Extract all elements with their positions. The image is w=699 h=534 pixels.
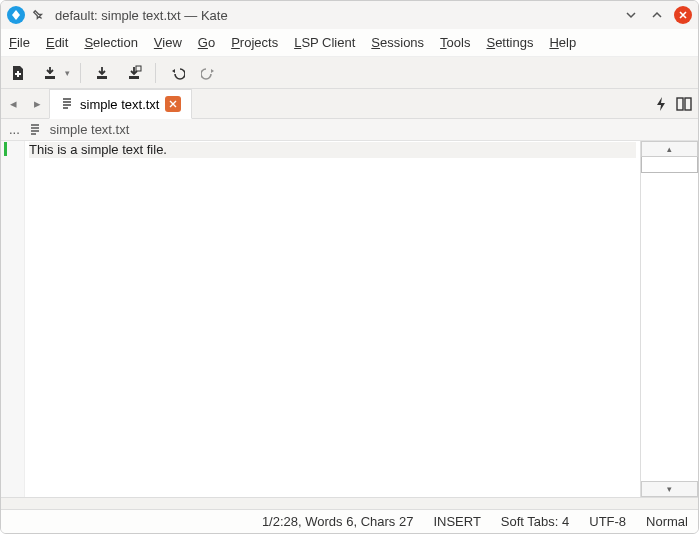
menu-projects[interactable]: Projects <box>231 35 278 50</box>
quick-actions-icon[interactable] <box>654 96 668 112</box>
editor-area: This is a simple text file. ▴ ▾ <box>1 141 698 497</box>
status-vi-mode[interactable]: Normal <box>646 514 688 529</box>
open-file-button[interactable] <box>39 62 61 84</box>
minimize-button[interactable] <box>622 6 640 24</box>
menu-file[interactable]: File <box>9 35 30 50</box>
menu-view[interactable]: View <box>154 35 182 50</box>
close-button[interactable] <box>674 6 692 24</box>
tab-strip: ◂ ▸ simple text.txt <box>1 89 698 119</box>
status-position[interactable]: 1/2:28, Words 6, Chars 27 <box>262 514 414 529</box>
tab-label: simple text.txt <box>80 97 159 112</box>
editor-line: This is a simple text file. <box>29 142 636 158</box>
horizontal-scrollbar[interactable] <box>1 497 698 509</box>
gutter[interactable] <box>1 141 25 497</box>
status-insert-mode[interactable]: INSERT <box>433 514 480 529</box>
app-icon <box>7 6 25 24</box>
svg-rect-3 <box>136 66 141 71</box>
menu-selection[interactable]: Selection <box>84 35 137 50</box>
vertical-scrollbar[interactable]: ▴ ▾ <box>640 141 698 497</box>
status-encoding[interactable]: UTF-8 <box>589 514 626 529</box>
menubar: File Edit Selection View Go Projects LSP… <box>1 29 698 57</box>
breadcrumb-file[interactable]: simple text.txt <box>50 122 129 137</box>
change-marker <box>4 142 7 156</box>
text-editor[interactable]: This is a simple text file. <box>25 141 640 497</box>
split-view-icon[interactable] <box>676 97 692 111</box>
toolbar-separator <box>155 63 156 83</box>
save-button[interactable] <box>91 62 113 84</box>
scroll-up-icon[interactable]: ▴ <box>641 141 698 157</box>
window: default: simple text.txt — Kate File Edi… <box>0 0 699 534</box>
tab-scroll-left[interactable]: ◂ <box>1 89 25 118</box>
menu-go[interactable]: Go <box>198 35 215 50</box>
document-icon <box>60 97 74 111</box>
svg-rect-4 <box>677 98 683 110</box>
tab-scroll-right[interactable]: ▸ <box>25 89 49 118</box>
redo-button[interactable] <box>198 62 220 84</box>
document-icon <box>28 123 42 137</box>
svg-rect-5 <box>685 98 691 110</box>
breadcrumb: ... simple text.txt <box>1 119 698 141</box>
menu-edit[interactable]: Edit <box>46 35 68 50</box>
svg-rect-1 <box>97 76 107 79</box>
breadcrumb-overflow[interactable]: ... <box>9 122 20 137</box>
window-title: default: simple text.txt — Kate <box>55 8 614 23</box>
minimap[interactable] <box>641 157 698 173</box>
menu-help[interactable]: Help <box>549 35 576 50</box>
pin-icon[interactable] <box>28 5 48 25</box>
menu-lsp-client[interactable]: LSP Client <box>294 35 355 50</box>
statusbar: 1/2:28, Words 6, Chars 27 INSERT Soft Ta… <box>1 509 698 533</box>
svg-rect-0 <box>45 76 55 79</box>
toolbar: ▾ <box>1 57 698 89</box>
tab-close-button[interactable] <box>165 96 181 112</box>
svg-rect-2 <box>129 76 139 79</box>
menu-sessions[interactable]: Sessions <box>371 35 424 50</box>
status-indent[interactable]: Soft Tabs: 4 <box>501 514 569 529</box>
new-file-button[interactable] <box>7 62 29 84</box>
maximize-button[interactable] <box>648 6 666 24</box>
toolbar-separator <box>80 63 81 83</box>
menu-settings[interactable]: Settings <box>486 35 533 50</box>
tab-active[interactable]: simple text.txt <box>49 89 192 119</box>
save-as-button[interactable] <box>123 62 145 84</box>
scroll-down-icon[interactable]: ▾ <box>641 481 698 497</box>
open-recent-dropdown[interactable]: ▾ <box>65 68 70 78</box>
titlebar: default: simple text.txt — Kate <box>1 1 698 29</box>
undo-button[interactable] <box>166 62 188 84</box>
menu-tools[interactable]: Tools <box>440 35 470 50</box>
